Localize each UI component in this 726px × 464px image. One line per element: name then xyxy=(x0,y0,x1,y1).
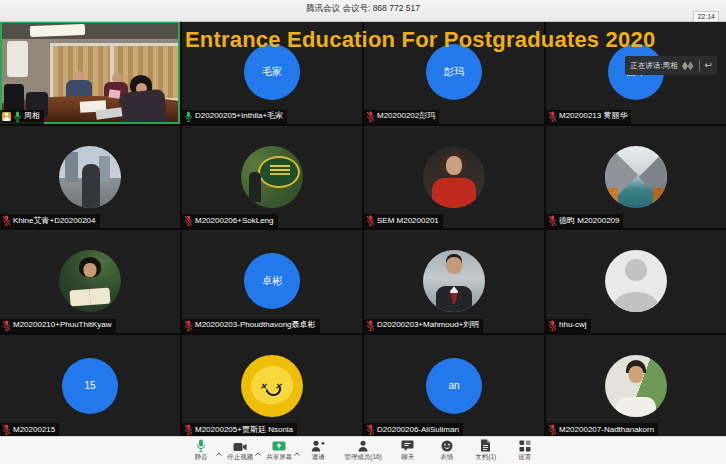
chat-button[interactable]: 聊天 xyxy=(395,439,421,462)
members-icon xyxy=(357,439,369,452)
tencent-meeting-window: 腾讯会议 会议号: 868 772 517 22:14 周相 毛家 xyxy=(0,0,726,464)
participant-nameplate: D20200203+Mahmoud+刘明 xyxy=(364,319,483,333)
participant-nameplate: SEM M20200201 xyxy=(364,214,443,228)
mic-muted-icon xyxy=(2,424,11,435)
video-tile[interactable]: 15 M20200215 xyxy=(0,335,180,438)
participant-name: M20200202彭玛 xyxy=(377,111,435,121)
video-tile[interactable]: D20200203+Mahmoud+刘明 xyxy=(364,230,544,333)
volume-indicator-icon xyxy=(681,61,695,71)
mic-muted-icon xyxy=(2,215,11,226)
participant-name: M20200210+PhuuThitKyaw xyxy=(13,320,112,330)
participant-name: D20200206-AliSuliman xyxy=(377,425,459,435)
avatar-initials: 15 xyxy=(62,358,118,414)
avatar-photo xyxy=(59,250,121,312)
host-badge-icon xyxy=(2,112,11,121)
avatar-photo xyxy=(423,250,485,312)
avatar-photo xyxy=(605,355,667,417)
invite-button[interactable]: 邀请 xyxy=(305,439,331,462)
meeting-id-title: 腾讯会议 会议号: 868 772 517 xyxy=(0,3,726,15)
avatar-initials: 彭玛 xyxy=(426,44,482,100)
participant-name: D20200203+Mahmoud+刘明 xyxy=(377,320,479,330)
participant-name: M20200205+贾斯廷 Nsonia xyxy=(195,425,293,435)
document-icon xyxy=(480,439,491,452)
video-tile[interactable]: 卓彬 M20200203-Phoudthavong聂卓彬 xyxy=(182,230,362,333)
video-tile[interactable]: M20200205+贾斯廷 Nsonia xyxy=(182,335,362,438)
participant-nameplate: 德昀 M20200209 xyxy=(546,214,623,228)
mic-muted-icon xyxy=(366,215,375,226)
mic-muted-icon xyxy=(184,424,193,435)
avatar-photo xyxy=(605,146,667,208)
participant-name: hhu-cwj xyxy=(559,320,587,330)
documents-button[interactable]: 文档(1) xyxy=(473,439,499,462)
video-tile[interactable]: 毛家 D20200205+Inthila+毛家 xyxy=(182,21,362,124)
mic-on-icon xyxy=(184,111,193,122)
invite-icon xyxy=(311,439,325,452)
participant-nameplate: D20200206-AliSuliman xyxy=(364,423,463,437)
emoji-button[interactable]: 表情 xyxy=(434,439,460,462)
participant-name: 周相 xyxy=(24,111,40,121)
mic-muted-icon xyxy=(548,320,557,331)
avatar-photo xyxy=(241,146,303,208)
chat-icon xyxy=(401,439,414,452)
toast-divider xyxy=(699,60,700,71)
chevron-up-icon[interactable] xyxy=(216,442,222,460)
settings-icon xyxy=(519,439,531,452)
participant-name: D20200205+Inthila+毛家 xyxy=(195,111,283,121)
mic-muted-icon xyxy=(548,424,557,435)
video-tile[interactable]: SEM M20200201 xyxy=(364,126,544,229)
video-tile[interactable]: M20200210+PhuuThitKyaw xyxy=(0,230,180,333)
participant-nameplate: Khine艾青+D20200204 xyxy=(0,214,100,228)
avatar-initials: 卓彬 xyxy=(244,253,300,309)
settings-button[interactable]: 设置 xyxy=(512,439,538,462)
video-tile[interactable]: an D20200206-AliSuliman xyxy=(364,335,544,438)
video-tile[interactable]: M20200207-Nadthanakorn xyxy=(546,335,726,438)
mic-muted-icon xyxy=(366,424,375,435)
participant-name: 德昀 M20200209 xyxy=(559,216,619,226)
avatar-photo xyxy=(605,250,667,312)
video-tile[interactable]: 彭玛 M20200202彭玛 xyxy=(364,21,544,124)
reply-arrow-icon[interactable]: ↩ xyxy=(704,61,712,70)
chevron-up-icon[interactable] xyxy=(255,442,261,460)
participant-name: M20200207-Nadthanakorn xyxy=(559,425,654,435)
participant-nameplate: 周相 xyxy=(0,110,44,124)
share-screen-icon xyxy=(272,439,286,452)
chevron-up-icon[interactable] xyxy=(294,442,300,460)
mute-button[interactable]: 静音 xyxy=(188,439,214,462)
manage-members-button[interactable]: 管理成员(16) xyxy=(344,439,382,462)
participant-nameplate: M20200206+SokLeng xyxy=(182,214,278,228)
avatar-photo xyxy=(423,146,485,208)
participant-name: M20200215 xyxy=(13,425,55,435)
stop-video-button[interactable]: 停止视频 xyxy=(227,439,253,462)
participant-nameplate: M20200210+PhuuThitKyaw xyxy=(0,319,116,333)
meeting-toolbar: 静音 停止视频 共享屏幕 xyxy=(0,436,726,464)
video-grid: 周相 毛家 D20200205+Inthila+毛家 彭玛 M20200202彭… xyxy=(0,21,726,437)
participant-name: M20200203-Phoudthavong聂卓彬 xyxy=(195,320,316,330)
avatar-initials: an xyxy=(426,358,482,414)
participant-nameplate: M20200202彭玛 xyxy=(364,110,439,124)
share-screen-button[interactable]: 共享屏幕 xyxy=(266,439,292,462)
emoji-icon xyxy=(441,439,453,452)
video-tile[interactable]: M20200206+SokLeng xyxy=(182,126,362,229)
participant-nameplate: M20200203-Phoudthavong聂卓彬 xyxy=(182,319,320,333)
video-tile[interactable]: 德昀 M20200209 xyxy=(546,126,726,229)
mic-muted-icon xyxy=(2,320,11,331)
participant-name: M20200213 黄丽华 xyxy=(559,111,627,121)
video-tile[interactable]: hhu-cwj xyxy=(546,230,726,333)
participant-name: M20200206+SokLeng xyxy=(195,216,274,226)
avatar-photo xyxy=(241,355,303,417)
video-tile[interactable]: Khine艾青+D20200204 xyxy=(0,126,180,229)
microphone-icon xyxy=(195,439,207,452)
mic-muted-icon xyxy=(184,320,193,331)
participant-name: Khine艾青+D20200204 xyxy=(13,216,96,226)
participant-nameplate: M20200207-Nadthanakorn xyxy=(546,423,658,437)
mic-muted-icon xyxy=(366,111,375,122)
mic-muted-icon xyxy=(548,111,557,122)
avatar-initials: 毛家 xyxy=(244,44,300,100)
participant-nameplate: M20200213 黄丽华 xyxy=(546,110,631,124)
mic-muted-icon xyxy=(548,215,557,226)
camera-icon xyxy=(233,439,247,452)
window-title-bar: 腾讯会议 会议号: 868 772 517 22:14 xyxy=(0,0,726,22)
participant-nameplate: M20200215 xyxy=(0,423,59,437)
video-tile[interactable]: 周相 xyxy=(0,21,180,124)
participant-nameplate: M20200205+贾斯廷 Nsonia xyxy=(182,423,297,437)
